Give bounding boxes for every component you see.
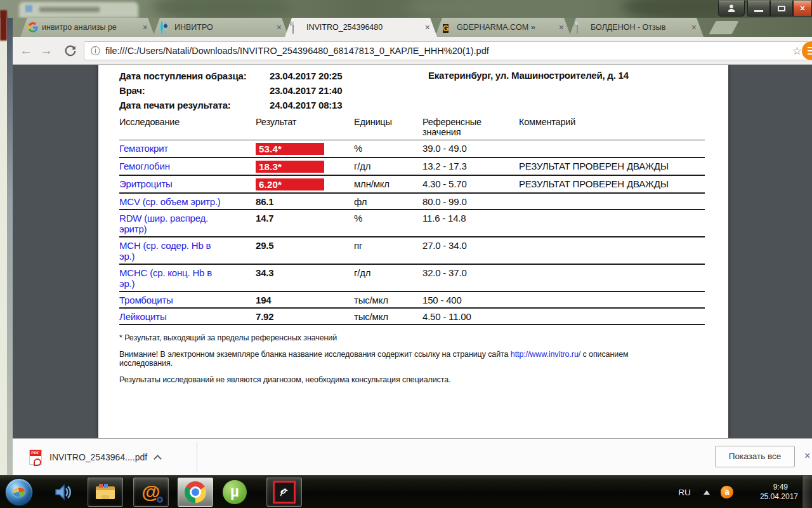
col-header-result: Результат — [256, 116, 354, 140]
taskbar-clock[interactable]: 9:49 25.04.2017 — [740, 476, 798, 508]
test-name-link[interactable]: Тромбоциты — [119, 291, 256, 308]
table-row: Эритроциты 6.20* млн/мкл 4.30 - 5.70 РЕЗ… — [119, 175, 705, 193]
taskbar-item-chrome-active[interactable] — [178, 478, 213, 507]
units-cell: г/дл — [354, 264, 422, 291]
bookmark-star-icon[interactable]: ☆ — [792, 44, 802, 58]
test-name-link[interactable]: RDW (шир. распред. эритр) — [119, 210, 256, 237]
back-button[interactable]: ← — [18, 43, 34, 59]
reference-cell: 80.0 - 99.0 — [422, 193, 519, 210]
windows-logo-icon — [13, 487, 25, 497]
tab-gdepharma[interactable]: G GDEPHARMA.COM » × — [435, 18, 571, 37]
desktop-edge-fragment — [7, 18, 13, 475]
tab-strip: инвитро анализы ре × ИНВИТРО × INVITRO_2… — [13, 18, 812, 37]
gdepharma-favicon: G — [443, 22, 453, 32]
tab-google-search[interactable]: инвитро анализы ре × — [20, 18, 155, 37]
pdf-file-icon — [29, 450, 42, 465]
tab-label: INVITRO_254396480 — [306, 23, 421, 32]
test-name-link[interactable]: Гематокрит — [119, 140, 256, 158]
adobe-reader-icon — [273, 481, 296, 504]
comment-cell — [519, 140, 705, 158]
test-name-link[interactable]: Эритроциты — [119, 175, 256, 193]
taskbar-item-explorer[interactable] — [88, 478, 123, 507]
reload-button[interactable] — [63, 44, 77, 58]
col-header-comment: Комментарий — [519, 116, 705, 140]
invitro-favicon — [160, 22, 171, 32]
minimize-button[interactable] — [747, 1, 770, 17]
tab-boldenon[interactable]: БОЛДЕНОН - Отзыв × — [569, 18, 704, 37]
tray-avast-icon[interactable]: a — [719, 476, 735, 508]
table-row: Гематокрит 53.4* % 39.0 - 49.0 — [119, 140, 705, 158]
test-name-link[interactable]: Лейкоциты — [119, 308, 256, 324]
mailru-search-icon: @ — [141, 483, 160, 502]
show-all-downloads-button[interactable]: Показать все — [715, 446, 795, 467]
units-cell: фл — [354, 193, 422, 210]
forward-button[interactable]: → — [38, 43, 55, 59]
meta-value: 23.04.2017 20:25 — [270, 69, 342, 83]
comment-cell: РЕЗУЛЬТАТ ПРОВЕРЕН ДВАЖДЫ — [519, 175, 705, 193]
url-text[interactable]: file:///C:/Users/Natali/Downloads/INVITR… — [105, 46, 787, 56]
tab-invitro-site[interactable]: ИНВИТРО × — [153, 18, 289, 37]
units-cell: % — [354, 210, 422, 237]
result-cell: 7.92 — [256, 308, 354, 324]
tab-close-icon[interactable]: × — [558, 23, 565, 32]
folder-icon — [94, 483, 117, 502]
maximize-button[interactable] — [770, 1, 793, 17]
tab-pdf-active[interactable]: INVITRO_254396480 × — [285, 18, 437, 37]
document-icon — [292, 22, 303, 32]
test-name-link[interactable]: Гемоглобин — [119, 157, 256, 175]
background-tab-text-blur — [39, 7, 100, 12]
report-meta: Дата поступления образца:23.04.2017 20:2… — [119, 69, 342, 112]
units-cell: тыс/мкл — [354, 291, 422, 308]
tab-label: инвитро анализы ре — [42, 23, 138, 32]
download-bar-close-icon[interactable]: × — [804, 450, 810, 462]
test-name-link[interactable]: MCH (ср. содер. Hb в эр.) — [119, 237, 256, 264]
taskbar-item-adobe-reader[interactable] — [266, 478, 302, 507]
tab-label: GDEPHARMA.COM » — [457, 23, 554, 32]
col-header-test: Исследование — [119, 116, 256, 140]
comment-cell — [519, 237, 705, 264]
comment-cell: РЕЗУЛЬТАТ ПРОВЕРЕН ДВАЖДЫ — [519, 157, 705, 175]
flag-footnote: * Результат, выходящий за пределы рефере… — [119, 333, 706, 342]
meta-label: Врач: — [119, 83, 270, 98]
close-icon: × — [800, 3, 805, 13]
result-flagged: 6.20* — [256, 178, 324, 190]
show-desktop-button[interactable] — [802, 476, 812, 508]
page-info-icon[interactable]: ⓘ — [91, 45, 100, 57]
notice-text: Внимание! В электронном экземпляре бланк… — [119, 350, 508, 359]
test-name-link[interactable]: MCV (ср. объем эритр.) — [119, 193, 256, 210]
speaker-icon — [53, 482, 74, 502]
address-bar[interactable]: ⓘ file:///C:/Users/Natali/Downloads/INVI… — [84, 41, 809, 60]
disclaimer-footnote: Результаты исследований не являются диаг… — [119, 375, 706, 384]
reference-cell: 27.0 - 34.0 — [422, 237, 519, 264]
col-header-units: Единицы — [354, 116, 422, 140]
col-header-reference: Референсные значения — [422, 116, 519, 140]
minimize-icon — [754, 10, 763, 12]
comment-cell — [519, 264, 705, 291]
meta-label: Дата печати результата: — [119, 98, 270, 112]
tab-close-icon[interactable]: × — [276, 23, 282, 32]
table-row: Тромбоциты 194 тыс/мкл 150 - 400 — [119, 291, 705, 308]
invitro-link[interactable]: http://www.invitro.ru/ — [511, 350, 580, 359]
table-header-row: Исследование Результат Единицы Референсн… — [119, 116, 705, 140]
close-window-button[interactable]: × — [793, 1, 812, 17]
tab-label: БОЛДЕНОН - Отзыв — [591, 23, 687, 32]
profile-button[interactable] — [718, 1, 745, 17]
start-button[interactable] — [5, 478, 33, 506]
download-item[interactable]: INVITRO_2543964....pdf — [24, 444, 195, 471]
table-row: Лейкоциты 7.92 тыс/мкл 4.50 - 11.00 — [119, 308, 705, 324]
tab-close-icon[interactable]: × — [691, 23, 697, 32]
language-indicator[interactable]: RU — [674, 476, 695, 508]
taskbar-item-volume[interactable] — [52, 481, 75, 503]
taskbar-item-mailru-search[interactable]: @ — [133, 478, 169, 507]
pdf-viewer-background: Дата поступления образца:23.04.2017 20:2… — [13, 65, 812, 438]
tray-expand-icon[interactable] — [700, 476, 713, 508]
download-file-name[interactable]: INVITRO_2543964....pdf — [49, 452, 147, 462]
tab-close-icon[interactable]: × — [142, 23, 148, 32]
tab-close-icon[interactable]: × — [424, 23, 431, 32]
test-name-link[interactable]: MCHC (ср. конц. Hb в эр.) — [119, 264, 256, 291]
browser-toolbar: ← → ⓘ file:///C:/Users/Natali/Downloads/… — [13, 37, 812, 65]
taskbar-item-utorrent[interactable]: µ — [222, 479, 247, 505]
table-row: MCV (ср. объем эритр.) 86.1 фл 80.0 - 99… — [119, 193, 705, 210]
chevron-up-icon[interactable] — [154, 455, 162, 463]
new-tab-button[interactable] — [709, 21, 738, 34]
